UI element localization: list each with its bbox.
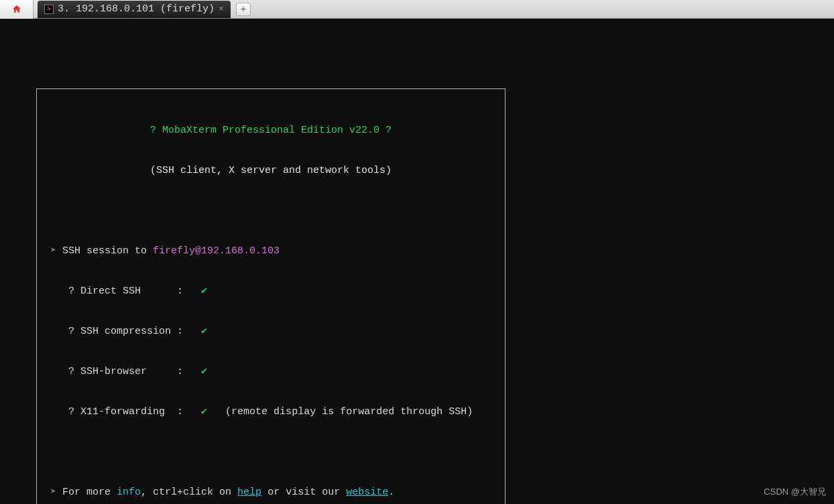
tab-bar: > 3. 192.168.0.101 (firefly) × + [0,0,834,19]
feature-ssh-browser: ? SSH-browser : [68,366,183,377]
info-link[interactable]: info [117,487,141,498]
ssh-session-target: firefly@192.168.0.103 [153,245,280,257]
home-button[interactable] [0,0,34,19]
close-icon[interactable]: × [219,3,224,16]
website-link[interactable]: website [346,487,388,498]
banner-subtitle: (SSH client, X server and network tools) [150,165,392,176]
home-icon [11,4,22,15]
check-icon: ✔ [201,326,207,337]
terminal[interactable]: ? MobaXterm Professional Edition v22.0 ?… [0,19,834,504]
feature-ssh-compression: ? SSH compression : [68,326,183,337]
ssh-session-label: SSH session to [62,245,153,257]
check-icon: ✔ [201,406,207,418]
banner-box: ? MobaXterm Professional Edition v22.0 ?… [36,88,505,504]
session-tab[interactable]: > 3. 192.168.0.101 (firefly) × [38,1,231,18]
feature-x11-forwarding: ? X11-forwarding : [68,406,183,418]
help-link[interactable]: help [237,487,261,498]
check-icon: ✔ [201,286,207,297]
check-icon: ✔ [201,366,207,377]
x11-note: (remote display is forwarded through SSH… [225,406,473,418]
watermark: CSDN @大智兄 [764,485,826,499]
new-tab-button[interactable]: + [236,3,251,16]
banner-title: ? MobaXterm Professional Edition v22.0 ? [150,125,392,136]
terminal-icon: > [44,5,54,14]
tab-title: 3. 192.168.0.101 (firefly) [58,3,215,16]
feature-direct-ssh: ? Direct SSH : [68,286,183,297]
